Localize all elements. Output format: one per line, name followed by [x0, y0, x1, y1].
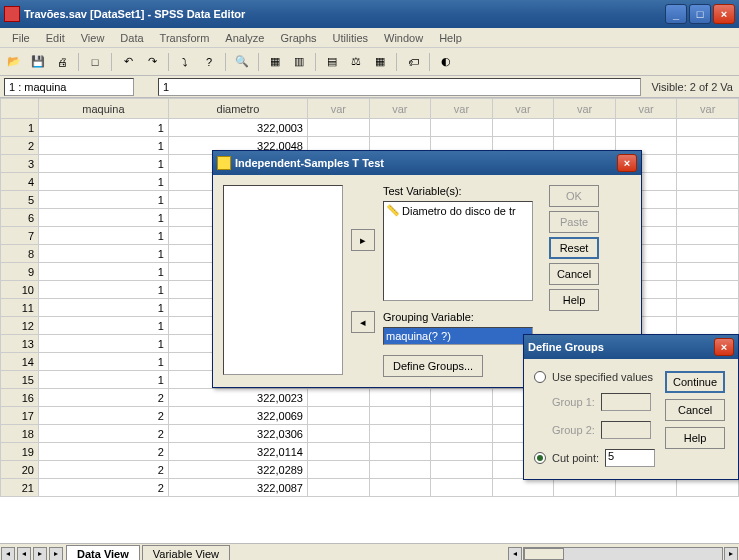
col-empty[interactable]: var: [431, 99, 493, 119]
select-cases-icon[interactable]: ▦: [370, 52, 390, 72]
define-groups-button[interactable]: Define Groups...: [383, 355, 483, 377]
cell-diametro[interactable]: 322,0289: [168, 461, 307, 479]
row-number[interactable]: 11: [1, 299, 39, 317]
tab-nav-last[interactable]: ▸: [49, 547, 63, 561]
col-empty[interactable]: var: [492, 99, 554, 119]
cell-maquina[interactable]: 1: [39, 335, 169, 353]
menu-data[interactable]: Data: [112, 30, 151, 46]
row-number[interactable]: 9: [1, 263, 39, 281]
cancel-button[interactable]: Cancel: [549, 263, 599, 285]
col-diametro[interactable]: diametro: [168, 99, 307, 119]
row-number[interactable]: 18: [1, 425, 39, 443]
redo-icon[interactable]: ↷: [142, 52, 162, 72]
cell-maquina[interactable]: 1: [39, 119, 169, 137]
row-number[interactable]: 21: [1, 479, 39, 497]
cell-maquina[interactable]: 2: [39, 479, 169, 497]
find-icon[interactable]: 🔍: [232, 52, 252, 72]
cell-maquina[interactable]: 2: [39, 443, 169, 461]
value-labels-icon[interactable]: 🏷: [403, 52, 423, 72]
save-icon[interactable]: 💾: [28, 52, 48, 72]
cell-diametro[interactable]: 322,0114: [168, 443, 307, 461]
cell-value[interactable]: 1: [158, 78, 641, 96]
move-to-testvar-button[interactable]: ▸: [351, 229, 375, 251]
dg-titlebar[interactable]: Define Groups ×: [524, 335, 738, 359]
row-number[interactable]: 19: [1, 443, 39, 461]
row-number[interactable]: 12: [1, 317, 39, 335]
cell-maquina[interactable]: 1: [39, 245, 169, 263]
horizontal-scrollbar[interactable]: ◂ ▸: [230, 547, 739, 561]
menu-view[interactable]: View: [73, 30, 113, 46]
menu-help[interactable]: Help: [431, 30, 470, 46]
row-number[interactable]: 14: [1, 353, 39, 371]
cell-maquina[interactable]: 1: [39, 173, 169, 191]
cell-diametro[interactable]: 322,0087: [168, 479, 307, 497]
use-sets-icon[interactable]: ◐: [436, 52, 456, 72]
row-number[interactable]: 3: [1, 155, 39, 173]
cell-diametro[interactable]: 322,0306: [168, 425, 307, 443]
cell-maquina[interactable]: 1: [39, 155, 169, 173]
row-number[interactable]: 8: [1, 245, 39, 263]
open-icon[interactable]: 📂: [4, 52, 24, 72]
col-empty[interactable]: var: [554, 99, 616, 119]
cell-diametro[interactable]: 322,0003: [168, 119, 307, 137]
test-var-item[interactable]: Diametro do disco de tr: [402, 205, 516, 217]
dialog-recall-icon[interactable]: □: [85, 52, 105, 72]
menu-window[interactable]: Window: [376, 30, 431, 46]
tab-variable-view[interactable]: Variable View: [142, 545, 230, 560]
cell-maquina[interactable]: 1: [39, 299, 169, 317]
minimize-button[interactable]: _: [665, 4, 687, 24]
row-number[interactable]: 5: [1, 191, 39, 209]
insert-var-icon[interactable]: ▥: [289, 52, 309, 72]
row-number[interactable]: 16: [1, 389, 39, 407]
cell-maquina[interactable]: 1: [39, 317, 169, 335]
col-empty[interactable]: var: [677, 99, 739, 119]
cell-maquina[interactable]: 2: [39, 389, 169, 407]
cell-maquina[interactable]: 1: [39, 353, 169, 371]
menu-edit[interactable]: Edit: [38, 30, 73, 46]
continue-button[interactable]: Continue: [665, 371, 725, 393]
col-empty[interactable]: var: [369, 99, 431, 119]
row-number[interactable]: 4: [1, 173, 39, 191]
opt-specified-row[interactable]: Use specified values: [534, 371, 655, 383]
weight-icon[interactable]: ⚖: [346, 52, 366, 72]
maximize-button[interactable]: □: [689, 4, 711, 24]
ttest-dialog-titlebar[interactable]: Independent-Samples T Test ×: [213, 151, 641, 175]
row-number[interactable]: 6: [1, 209, 39, 227]
cell-maquina[interactable]: 1: [39, 209, 169, 227]
table-row[interactable]: 212322,0087: [1, 479, 739, 497]
cell-maquina[interactable]: 2: [39, 461, 169, 479]
cell-maquina[interactable]: 1: [39, 191, 169, 209]
row-number[interactable]: 1: [1, 119, 39, 137]
row-number[interactable]: 2: [1, 137, 39, 155]
menu-file[interactable]: File: [4, 30, 38, 46]
tab-data-view[interactable]: Data View: [66, 545, 140, 560]
split-file-icon[interactable]: ▤: [322, 52, 342, 72]
insert-case-icon[interactable]: ▦: [265, 52, 285, 72]
row-number[interactable]: 7: [1, 227, 39, 245]
row-number[interactable]: 13: [1, 335, 39, 353]
cell-maquina[interactable]: 1: [39, 371, 169, 389]
test-variables-list[interactable]: 📏Diametro do disco de tr: [383, 201, 533, 301]
row-number[interactable]: 20: [1, 461, 39, 479]
tab-nav-first[interactable]: ◂: [1, 547, 15, 561]
goto-case-icon[interactable]: ⤵: [175, 52, 195, 72]
radio-cutpoint[interactable]: [534, 452, 546, 464]
menu-graphs[interactable]: Graphs: [272, 30, 324, 46]
print-icon[interactable]: 🖨: [52, 52, 72, 72]
menu-utilities[interactable]: Utilities: [325, 30, 376, 46]
radio-specified[interactable]: [534, 371, 546, 383]
move-to-grouping-button[interactable]: ◂: [351, 311, 375, 333]
reset-button[interactable]: Reset: [549, 237, 599, 259]
menu-analyze[interactable]: Analyze: [217, 30, 272, 46]
row-number[interactable]: 10: [1, 281, 39, 299]
col-empty[interactable]: var: [615, 99, 677, 119]
dg-help-button[interactable]: Help: [665, 427, 725, 449]
goto-var-icon[interactable]: ?: [199, 52, 219, 72]
dg-close-button[interactable]: ×: [714, 338, 734, 356]
cell-maquina[interactable]: 1: [39, 227, 169, 245]
cell-maquina[interactable]: 1: [39, 137, 169, 155]
grouping-variable-field[interactable]: maquina(? ?): [383, 327, 533, 345]
source-variable-list[interactable]: [223, 185, 343, 375]
row-number[interactable]: 17: [1, 407, 39, 425]
cell-maquina[interactable]: 2: [39, 425, 169, 443]
